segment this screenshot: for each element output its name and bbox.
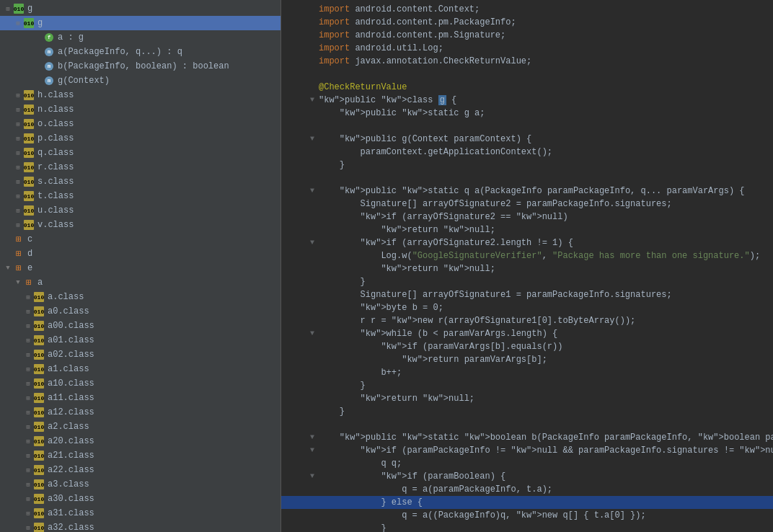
tree-item-a11-class[interactable]: ⊞010a11.class	[0, 391, 281, 405]
tree-item-a31-class[interactable]: ⊞010a31.class	[0, 506, 281, 520]
expand-icon-v-class[interactable]: ⊞	[13, 220, 23, 230]
expand-icon-a21-class[interactable]: ⊞	[23, 451, 33, 461]
tree-item-label: g	[37, 18, 43, 28]
tree-item-a00-class[interactable]: ⊞010a00.class	[0, 319, 281, 333]
tree-item-a10-class[interactable]: ⊞010a10.class	[0, 376, 281, 391]
expand-icon-r-class[interactable]: ⊞	[13, 162, 23, 172]
tree-item-s-class[interactable]: ⊞010s.class	[0, 174, 281, 189]
tree-item-a32-class[interactable]: ⊞010a32.class	[0, 520, 281, 532]
tree-item-label: g	[27, 4, 32, 14]
expand-icon-a2-class[interactable]: ⊞	[23, 422, 33, 432]
tree-item-a0-class[interactable]: ⊞010a0.class	[0, 304, 281, 319]
expand-icon-q-class[interactable]: ⊞	[13, 148, 23, 158]
tree-item-q-class[interactable]: ⊞010q.class	[0, 146, 281, 160]
tree-item-label: h.class	[37, 90, 74, 100]
tree-item-o-class[interactable]: ⊞010o.class	[0, 117, 281, 131]
expand-icon-a00-class[interactable]: ⊞	[23, 321, 33, 331]
tree-item-a3-class[interactable]: ⊞010a3.class	[0, 477, 281, 492]
expand-icon-n-class[interactable]: ⊞	[13, 105, 23, 115]
code-line: }	[281, 159, 773, 172]
tree-item-label: a21.class	[48, 451, 94, 461]
tree-item-a02-class[interactable]: ⊞010a02.class	[0, 347, 281, 362]
code-text: "kw">return "kw">null;	[319, 262, 767, 275]
tree-item-d-node[interactable]: ⊞d	[0, 247, 281, 261]
expand-icon-g-node[interactable]: ⊞	[13, 18, 23, 28]
tree-item-a20-class[interactable]: ⊞010a20.class	[0, 434, 281, 448]
tree-item-a30-class[interactable]: ⊞010a30.class	[0, 492, 281, 506]
code-text: "kw">byte b = 0;	[319, 301, 767, 314]
expand-icon[interactable]: ▼	[3, 263, 13, 273]
tree-item-n-class[interactable]: ⊞010n.class	[0, 102, 281, 117]
tree-item-t-class[interactable]: ⊞010t.class	[0, 189, 281, 203]
expand-icon-s-class[interactable]: ⊞	[13, 177, 23, 187]
tree-item-label: d	[27, 249, 32, 259]
tree-item-label: e	[27, 263, 32, 273]
fold-icon[interactable]: ▼	[310, 133, 317, 146]
code-text: import android.content.pm.PackageInfo;	[319, 16, 767, 29]
fold-icon[interactable]: ▼	[310, 94, 317, 107]
expand-icon-a20-class[interactable]: ⊞	[23, 436, 33, 446]
expand-icon-u-class[interactable]: ⊞	[13, 205, 23, 216]
expand-icon-a1-class[interactable]: ⊞	[23, 364, 33, 374]
expand-icon[interactable]: ▼	[13, 278, 23, 288]
tree-item-h-class[interactable]: ⊞010h.class	[0, 88, 281, 102]
expand-icon-g-class[interactable]: ⊞	[3, 4, 13, 14]
tree-item-a-node[interactable]: ▼⊞a	[0, 275, 281, 290]
tree-item-a22-class[interactable]: ⊞010a22.class	[0, 463, 281, 477]
code-text: import android.content.pm.Signature;	[319, 29, 767, 42]
expand-icon-a01-class[interactable]: ⊞	[23, 335, 33, 345]
tree-item-c-node[interactable]: ⊞c	[0, 232, 281, 247]
expand-icon-a12-class[interactable]: ⊞	[23, 407, 33, 417]
fold-icon[interactable]: ▼	[310, 236, 317, 249]
expand-icon-a31-class[interactable]: ⊞	[23, 508, 33, 518]
tree-item-g-class[interactable]: ⊞010g	[0, 1, 281, 16]
tree-item-a-method[interactable]: ma(PackageInfo, q...) : q	[0, 45, 281, 59]
tree-item-g-method[interactable]: mg(Context)	[0, 74, 281, 88]
code-line: import android.content.pm.PackageInfo;	[281, 16, 773, 29]
tree-item-r-class[interactable]: ⊞010r.class	[0, 160, 281, 174]
expand-icon-a-class[interactable]: ⊞	[23, 292, 33, 302]
code-line: } else {	[281, 496, 773, 509]
tree-item-a1-class[interactable]: ⊞010a1.class	[0, 362, 281, 376]
tree-item-p-class[interactable]: ⊞010p.class	[0, 131, 281, 146]
tree-item-v-class[interactable]: ⊞010v.class	[0, 218, 281, 232]
class-icon: 010	[23, 176, 35, 187]
code-text: q = a((PackageInfo)q, "kw">new q[] { t.a…	[319, 509, 767, 522]
fold-icon[interactable]: ▼	[310, 431, 317, 444]
expand-icon-a10-class[interactable]: ⊞	[23, 378, 33, 389]
expand-icon-a22-class[interactable]: ⊞	[23, 465, 33, 475]
tree-item-a21-class[interactable]: ⊞010a21.class	[0, 448, 281, 463]
tree-item-a-field[interactable]: fa : g	[0, 30, 281, 45]
class-icon: 010	[23, 161, 35, 173]
code-panel[interactable]: import android.content.Context;import an…	[281, 0, 773, 532]
expand-icon-a30-class[interactable]: ⊞	[23, 494, 33, 504]
tree-item-b-method[interactable]: mb(PackageInfo, boolean) : boolean	[0, 59, 281, 74]
fold-icon[interactable]: ▼	[310, 470, 317, 483]
expand-icon-a11-class[interactable]: ⊞	[23, 393, 33, 403]
expand-icon-h-class[interactable]: ⊞	[13, 90, 23, 100]
expand-icon-o-class[interactable]: ⊞	[13, 119, 23, 129]
code-line: "kw">if (arrayOfSignature2 == "kw">null)	[281, 210, 773, 223]
tree-item-e-node[interactable]: ▼⊞e	[0, 261, 281, 275]
expand-icon-a32-class[interactable]: ⊞	[23, 523, 33, 532]
code-line: import android.content.Context;	[281, 3, 773, 16]
expand-icon-t-class[interactable]: ⊞	[13, 191, 23, 201]
expand-icon-a0-class[interactable]: ⊞	[23, 306, 33, 316]
fold-icon[interactable]: ▼	[310, 327, 317, 340]
expand-icon-p-class[interactable]: ⊞	[13, 133, 23, 143]
tree-item-a12-class[interactable]: ⊞010a12.class	[0, 405, 281, 420]
tree-panel[interactable]: ⊞010g⊞010g fa : g ma(PackageInfo, q...) …	[0, 0, 281, 532]
tree-item-label: a3.class	[48, 479, 89, 489]
tree-item-u-class[interactable]: ⊞010u.class	[0, 203, 281, 218]
tree-item-a-class[interactable]: ⊞010a.class	[0, 290, 281, 304]
class-icon: 010	[33, 522, 45, 532]
code-line: "kw">return "kw">null;	[281, 392, 773, 405]
tree-item-a2-class[interactable]: ⊞010a2.class	[0, 420, 281, 434]
fold-icon[interactable]: ▼	[310, 444, 317, 457]
code-text: Log.w("GoogleSignatureVerifier", "Packag…	[319, 249, 767, 262]
tree-item-a01-class[interactable]: ⊞010a01.class	[0, 333, 281, 347]
expand-icon-a3-class[interactable]: ⊞	[23, 479, 33, 489]
expand-icon-a02-class[interactable]: ⊞	[23, 350, 33, 360]
tree-item-g-node[interactable]: ⊞010g	[0, 16, 281, 30]
fold-icon[interactable]: ▼	[310, 185, 317, 198]
